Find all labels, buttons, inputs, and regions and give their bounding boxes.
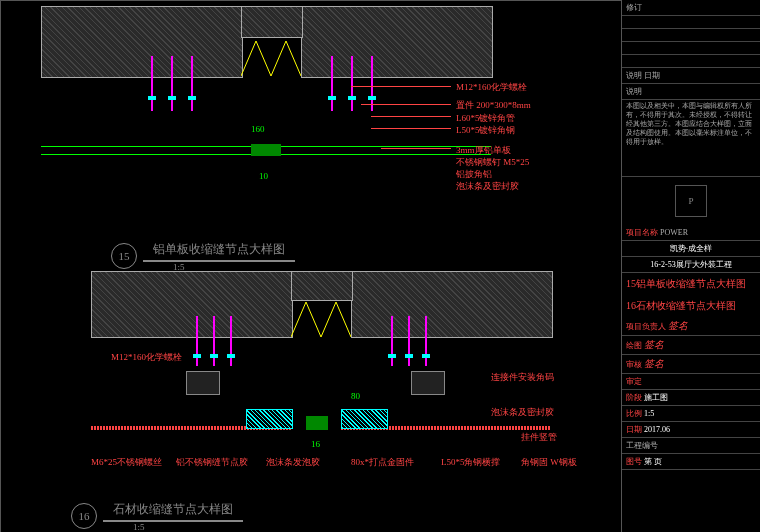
title-16: 16 石材收缩缝节点大样图 1:5 [71, 499, 243, 532]
leader [381, 148, 451, 149]
bolt [196, 316, 198, 366]
anno-b7: 80x*打点金固件 [351, 456, 414, 469]
bolt [151, 56, 153, 111]
proj-label: 项目名称 POWER [622, 225, 760, 241]
leader [371, 128, 451, 129]
bolt [371, 56, 373, 111]
bolt [191, 56, 193, 111]
stage-row: 阶段 施工图 [622, 390, 760, 406]
detail-title-15: 铝单板收缩缝节点大样图 [143, 239, 295, 262]
anno-b2: 连接件安装角码 [491, 371, 554, 384]
concrete-top [241, 6, 303, 38]
detail-title-16: 石材收缩缝节点大样图 [103, 499, 243, 522]
notes-text: 本图以及相关中，本图与编辑权所有人所有，不得用于其次。未经授权，不得转让经其他第… [622, 100, 760, 177]
title-15: 15 铝单板收缩缝节点大样图 1:5 [111, 239, 295, 272]
anno-b8: L50*5角钢横撑 [441, 456, 501, 469]
rev-row [622, 42, 760, 55]
panel-line [41, 146, 251, 147]
rev-row [622, 29, 760, 42]
bolt [230, 316, 232, 366]
bolt [408, 316, 410, 366]
anno-bolt: M12*160化学螺栓 [456, 81, 527, 94]
scale-row: 比例 1:5 [622, 406, 760, 422]
check-row: 审核 签名 [622, 355, 760, 374]
bolt [351, 56, 353, 111]
approve-row: 审定 [622, 374, 760, 390]
dim-10: 10 [259, 171, 268, 181]
drawing-name-2: 16石材收缩缝节点大样图 [622, 295, 760, 317]
anno-b6: 泡沫条发泡胶 [266, 456, 320, 469]
rev-row [622, 16, 760, 29]
detail-number-15: 15 [111, 243, 137, 269]
anno-plate: 置件 200*300*8mm [456, 99, 531, 112]
detail-number-16: 16 [71, 503, 97, 529]
bracket-right [341, 409, 388, 429]
rev-header: 修订 [622, 0, 760, 16]
subproject-2: 16-2-53展厅大外装工程 [622, 257, 760, 273]
design-row: 项目负责人 签名 [622, 317, 760, 336]
panel-line [41, 154, 251, 155]
leader [371, 116, 451, 117]
concrete-left [41, 6, 243, 78]
concrete-left [91, 271, 293, 338]
detail-15: 160 10 M12*160化学螺栓 置件 200*300*8mm L60*5镀… [41, 6, 591, 236]
concrete-top [291, 271, 353, 301]
anno-b10: 角钢固 W钢板 [521, 456, 577, 469]
bolt [331, 56, 333, 111]
projno-row: 工程编号 [622, 438, 760, 454]
anno-b4: M6*25不锈钢螺丝 [91, 456, 162, 469]
bolt [425, 316, 427, 366]
anno-b1: M12*160化学螺栓 [111, 351, 182, 364]
firm-logo: P [675, 185, 707, 217]
dim-16: 16 [311, 439, 320, 449]
anno-b5: 铝不锈钢缝节点胶 [176, 456, 248, 469]
draw-row: 绘图 签名 [622, 336, 760, 355]
rev-cols: 说明 日期 [622, 68, 760, 84]
detail-16: 80 16 M12*160化学螺栓 连接件安装角码 泡沫条及密封胶 M6*25不… [91, 271, 621, 501]
anno-foam: 泡沫条及密封胶 [456, 180, 519, 193]
anno-b9: 挂件竖管 [521, 431, 557, 444]
tube-left [186, 371, 220, 395]
leader [361, 104, 451, 105]
concrete-right [351, 271, 553, 338]
notes-hdr: 说明 [622, 84, 760, 100]
anno-b3: 泡沫条及密封胶 [491, 406, 554, 419]
concrete-right [301, 6, 493, 78]
subproject-1: 凯势·成全样 [622, 241, 760, 257]
bolt [213, 316, 215, 366]
title-block: 修订 说明 日期 说明 本图以及相关中，本图与编辑权所有人所有，不得用于其次。未… [621, 0, 760, 532]
anno-angle2: L50*5镀锌角钢 [456, 124, 516, 137]
tube-right [411, 371, 445, 395]
bolt [391, 316, 393, 366]
dim-80: 80 [351, 391, 360, 401]
sealant [251, 144, 281, 156]
leader [351, 86, 451, 87]
joint-zigzag [291, 299, 351, 337]
joint-zigzag [241, 36, 301, 76]
dim-160: 160 [251, 124, 265, 134]
drawing-name-1: 15铝单板收缩缝节点大样图 [622, 273, 760, 295]
rev-row [622, 55, 760, 68]
date-row: 日期 2017.06 [622, 422, 760, 438]
bolt [171, 56, 173, 111]
sheet-row: 图号 第 页 [622, 454, 760, 470]
sealant [306, 416, 328, 430]
drawing-area: 160 10 M12*160化学螺栓 置件 200*300*8mm L60*5镀… [0, 0, 622, 532]
bracket-left [246, 409, 293, 429]
detail-scale-16: 1:5 [133, 522, 243, 532]
